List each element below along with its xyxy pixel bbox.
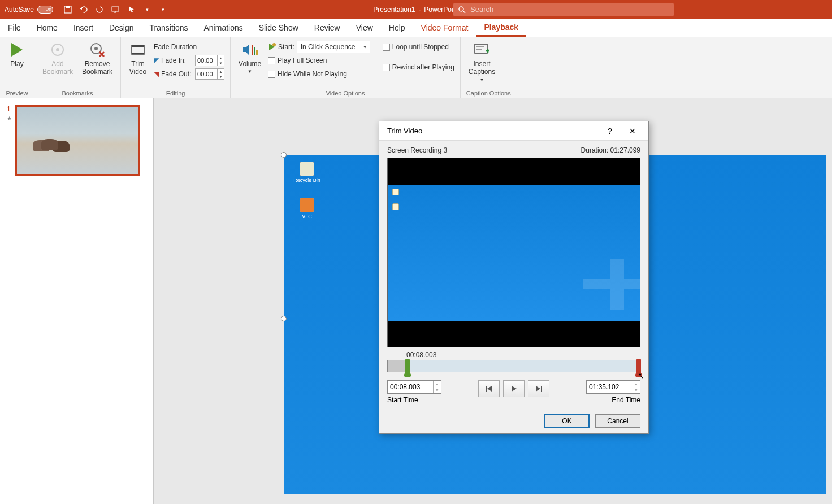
spin-down-icon[interactable]: ▼: [218, 74, 224, 79]
dialog-help-button[interactable]: ?: [599, 123, 621, 139]
pointer-icon[interactable]: [127, 5, 136, 14]
spin-down-icon[interactable]: ▼: [434, 387, 441, 393]
spin-up-icon[interactable]: ▲: [218, 55, 224, 60]
group-preview: Play Preview: [0, 37, 34, 98]
search-icon: [458, 6, 466, 14]
group-editing: Trim Video Fade Duration ◤ Fade In: 00.0…: [121, 37, 231, 98]
start-time-input[interactable]: 00:08.003▲▼: [387, 380, 441, 394]
dialog-close-button[interactable]: ✕: [621, 123, 644, 139]
doc-name: Presentation1: [373, 6, 415, 14]
play-full-screen-checkbox[interactable]: Play Full Screen: [268, 54, 370, 67]
spin-up-icon[interactable]: ▲: [632, 381, 640, 387]
qat-customize-icon[interactable]: ▾: [158, 5, 167, 14]
svg-rect-21: [541, 386, 542, 392]
checkbox-icon: [383, 44, 390, 51]
fade-in-input[interactable]: 00.00▲▼: [195, 55, 224, 66]
remove-bookmark-label: Remove Bookmark: [82, 60, 112, 76]
group-preview-label: Preview: [6, 89, 28, 97]
slide-thumb-1[interactable]: 1 ★: [7, 105, 146, 176]
ok-button[interactable]: OK: [544, 414, 590, 428]
tab-insert[interactable]: Insert: [66, 19, 101, 37]
trim-video-button[interactable]: Trim Video: [127, 40, 149, 77]
tab-video-format[interactable]: Video Format: [413, 19, 476, 37]
end-time-label: End Time: [612, 396, 640, 404]
tab-review[interactable]: Review: [306, 19, 348, 37]
prev-frame-button[interactable]: [478, 380, 500, 397]
trim-video-icon: [129, 41, 147, 59]
trim-video-dialog: Trim Video ? ✕ Screen Recording 3 Durati…: [379, 121, 649, 434]
hide-not-playing-checkbox[interactable]: Hide While Not Playing: [268, 68, 370, 80]
slide-thumbnail[interactable]: [15, 105, 140, 176]
add-bookmark-label: Add Bookmark: [42, 60, 73, 76]
spin-down-icon[interactable]: ▼: [218, 60, 224, 66]
start-dropdown[interactable]: In Click Sequence: [297, 41, 370, 53]
group-bookmarks-label: Bookmarks: [40, 89, 115, 97]
tab-animations[interactable]: Animations: [196, 19, 250, 37]
video-preview[interactable]: [387, 158, 640, 347]
insert-captions-button[interactable]: Insert Captions ▼: [466, 40, 497, 84]
cancel-button[interactable]: Cancel: [595, 414, 640, 428]
volume-button[interactable]: Volume ▼: [236, 40, 263, 76]
svg-rect-11: [132, 45, 144, 47]
redo-icon[interactable]: [95, 5, 104, 14]
fade-in-row: ◤ Fade In: 00.00▲▼: [154, 54, 224, 67]
qat-more-icon[interactable]: ▾: [142, 5, 151, 14]
animation-indicator-icon: ★: [7, 115, 12, 121]
end-time-input[interactable]: 01:35.102▲▼: [586, 380, 640, 394]
volume-label: Volume: [239, 60, 261, 68]
undo-icon[interactable]: [79, 5, 88, 14]
spin-down-icon[interactable]: ▼: [632, 387, 640, 393]
trim-timeline[interactable]: ↖: [387, 360, 640, 372]
title-bar: AutoSave Off ▾ ▾ Presentation1 - PowerPo…: [0, 0, 832, 19]
svg-rect-17: [475, 44, 487, 53]
slide-thumbnails-panel[interactable]: 1 ★: [0, 98, 154, 504]
selection-handle[interactable]: [281, 316, 287, 321]
tab-help[interactable]: Help: [381, 19, 413, 37]
search-box[interactable]: [453, 3, 674, 16]
autosave-toggle[interactable]: AutoSave Off: [0, 6, 58, 14]
loop-checkbox[interactable]: Loop until Stopped: [383, 41, 454, 53]
svg-rect-12: [132, 53, 144, 54]
next-frame-button[interactable]: [528, 380, 549, 397]
save-icon[interactable]: [63, 5, 72, 14]
loop-label: Loop until Stopped: [392, 43, 449, 51]
toggle-off-icon[interactable]: Off: [37, 6, 53, 14]
play-icon: [8, 41, 26, 59]
search-input[interactable]: [470, 5, 669, 14]
cursor-icon: ↖: [638, 371, 644, 380]
tab-home[interactable]: Home: [29, 19, 66, 37]
remove-bookmark-icon: [88, 41, 106, 59]
tab-playback[interactable]: Playback: [476, 19, 526, 37]
fade-out-input[interactable]: 00.00▲▼: [195, 68, 224, 80]
tab-slideshow[interactable]: Slide Show: [251, 19, 306, 37]
quick-access-toolbar: ▾ ▾: [58, 5, 173, 14]
group-video-options: Volume ▼ Start: In Click Sequence Play F…: [231, 37, 461, 98]
add-bookmark-button: Add Bookmark: [40, 40, 75, 77]
group-caption-label: Caption Options: [466, 89, 511, 97]
present-icon[interactable]: [111, 5, 120, 14]
group-video-options-label: Video Options: [236, 89, 454, 97]
trim-start-handle[interactable]: [405, 359, 410, 375]
tab-view[interactable]: View: [348, 19, 381, 37]
tab-transitions[interactable]: Transitions: [142, 19, 196, 37]
preview-desktop-icon: [392, 189, 399, 195]
remove-bookmark-button[interactable]: Remove Bookmark: [80, 40, 115, 77]
chevron-down-icon: ▼: [248, 69, 252, 75]
spin-up-icon[interactable]: ▲: [434, 381, 441, 387]
svg-rect-20: [486, 386, 487, 392]
selection-handle[interactable]: [281, 152, 287, 158]
trim-end-handle[interactable]: ↖: [636, 359, 641, 375]
spin-up-icon[interactable]: ▲: [218, 69, 224, 74]
fade-in-arrow-icon: ◤: [154, 57, 159, 64]
play-pause-button[interactable]: [503, 380, 525, 397]
svg-rect-14: [254, 47, 255, 55]
rewind-checkbox[interactable]: Rewind after Playing: [383, 61, 454, 73]
tab-file[interactable]: File: [0, 19, 29, 37]
tab-design[interactable]: Design: [101, 19, 142, 37]
volume-icon: [241, 41, 259, 59]
play-label: Play: [10, 60, 23, 68]
play-button[interactable]: Play: [6, 40, 28, 69]
timeline-timecode: 00:08.003: [387, 351, 640, 359]
fade-out-row: ◥ Fade Out: 00.00▲▼: [154, 68, 224, 80]
svg-point-9: [94, 47, 98, 50]
